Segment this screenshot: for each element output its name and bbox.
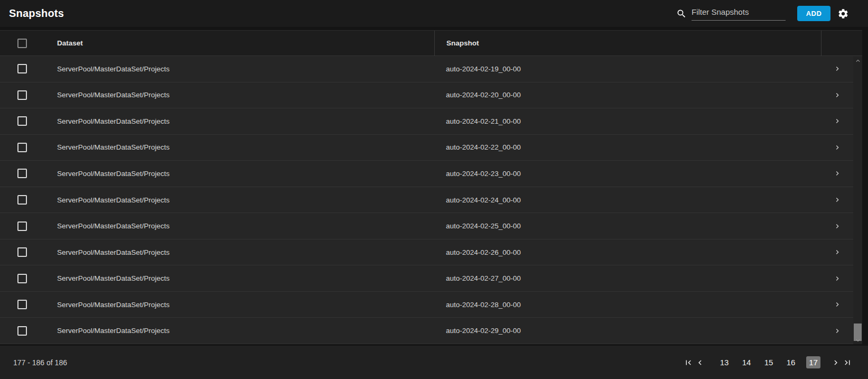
page-number[interactable]: 16 xyxy=(783,358,799,367)
dataset-value: ServerPool/MasterDataSet/Projects xyxy=(57,274,170,282)
dataset-value: ServerPool/MasterDataSet/Projects xyxy=(57,196,170,204)
row-checkbox[interactable] xyxy=(17,143,27,152)
chevron-right-icon[interactable] xyxy=(833,248,842,256)
page-number[interactable]: 14 xyxy=(739,358,754,367)
chevron-right-icon[interactable] xyxy=(833,64,842,73)
table-row[interactable]: ServerPool/MasterDataSet/Projects auto-2… xyxy=(0,161,853,187)
snapshot-cell: auto-2024-02-20_00-00 xyxy=(434,91,821,99)
row-checkbox[interactable] xyxy=(17,247,27,257)
chevron-right-icon[interactable] xyxy=(833,117,842,125)
dataset-cell: ServerPool/MasterDataSet/Projects xyxy=(57,248,434,256)
row-checkbox[interactable] xyxy=(17,300,27,309)
table-row[interactable]: ServerPool/MasterDataSet/Projects auto-2… xyxy=(0,82,853,109)
snapshot-cell: auto-2024-02-25_00-00 xyxy=(434,222,821,230)
snapshot-value: auto-2024-02-22_00-00 xyxy=(446,143,521,151)
chevron-right-icon[interactable] xyxy=(833,196,842,204)
row-select-cell xyxy=(0,169,57,178)
row-checkbox[interactable] xyxy=(17,169,27,178)
chevron-right-icon[interactable] xyxy=(833,274,842,283)
page-number[interactable]: 15 xyxy=(761,358,777,367)
dataset-cell: ServerPool/MasterDataSet/Projects xyxy=(57,196,434,204)
snapshot-cell: auto-2024-02-23_00-00 xyxy=(434,170,821,178)
chevron-right-icon[interactable] xyxy=(833,143,842,152)
first-page-icon[interactable] xyxy=(683,358,694,367)
dataset-value: ServerPool/MasterDataSet/Projects xyxy=(57,222,170,230)
row-select-cell xyxy=(0,195,57,205)
row-checkbox[interactable] xyxy=(17,90,27,100)
vertical-scrollbar[interactable] xyxy=(853,56,862,344)
scroll-up-icon[interactable] xyxy=(853,57,862,64)
table-row[interactable]: ServerPool/MasterDataSet/Projects auto-2… xyxy=(0,265,853,292)
filter-snapshots-input[interactable] xyxy=(692,6,786,21)
row-checkbox[interactable] xyxy=(17,64,27,73)
snapshot-cell: auto-2024-02-22_00-00 xyxy=(434,143,821,151)
column-label: Snapshot xyxy=(446,39,479,47)
chevron-right-icon[interactable] xyxy=(833,300,842,309)
expand-cell xyxy=(821,248,853,256)
row-checkbox[interactable] xyxy=(17,116,27,126)
dataset-cell: ServerPool/MasterDataSet/Projects xyxy=(57,117,434,125)
range-label: 177 - 186 of 186 xyxy=(13,358,67,367)
table-row[interactable]: ServerPool/MasterDataSet/Projects auto-2… xyxy=(0,239,853,266)
snapshot-value: auto-2024-02-27_00-00 xyxy=(446,274,521,282)
expand-cell xyxy=(821,300,853,309)
page-number[interactable]: 13 xyxy=(716,358,732,367)
chevron-right-icon[interactable] xyxy=(833,169,842,178)
gear-icon[interactable] xyxy=(837,8,849,20)
last-page-icon[interactable] xyxy=(842,358,853,367)
chevron-right-icon[interactable] xyxy=(833,91,842,99)
table-body: ServerPool/MasterDataSet/Projects auto-2… xyxy=(0,56,862,344)
table-row[interactable]: ServerPool/MasterDataSet/Projects auto-2… xyxy=(0,292,853,318)
table-row[interactable]: ServerPool/MasterDataSet/Projects auto-2… xyxy=(0,213,853,239)
header-actions: ADD xyxy=(676,6,868,21)
row-checkbox[interactable] xyxy=(17,326,27,336)
dataset-cell: ServerPool/MasterDataSet/Projects xyxy=(57,65,434,73)
snapshot-value: auto-2024-02-23_00-00 xyxy=(446,170,521,178)
scroll-down-icon[interactable] xyxy=(853,336,862,344)
row-select-cell xyxy=(0,326,57,336)
snapshot-value: auto-2024-02-26_00-00 xyxy=(446,248,521,256)
expand-cell xyxy=(821,91,853,99)
chevron-right-icon[interactable] xyxy=(833,327,842,335)
snapshots-table: Dataset Snapshot ServerPool/MasterDataSe… xyxy=(0,30,862,344)
select-all-checkbox[interactable] xyxy=(17,39,27,48)
paginator: 13 14 15 16 17 xyxy=(683,356,853,368)
prev-page-icon[interactable] xyxy=(694,358,706,367)
add-button[interactable]: ADD xyxy=(797,6,830,21)
dataset-value: ServerPool/MasterDataSet/Projects xyxy=(57,143,170,151)
table-row[interactable]: ServerPool/MasterDataSet/Projects auto-2… xyxy=(0,318,853,344)
row-checkbox[interactable] xyxy=(17,274,27,283)
chevron-right-icon[interactable] xyxy=(833,222,842,230)
snapshot-cell: auto-2024-02-29_00-00 xyxy=(434,327,821,335)
table-row[interactable]: ServerPool/MasterDataSet/Projects auto-2… xyxy=(0,187,853,214)
dataset-cell: ServerPool/MasterDataSet/Projects xyxy=(57,91,434,99)
row-checkbox[interactable] xyxy=(17,195,27,205)
column-header-dataset[interactable]: Dataset xyxy=(57,31,434,56)
page-number[interactable]: 17 xyxy=(806,356,820,368)
dataset-value: ServerPool/MasterDataSet/Projects xyxy=(57,301,170,309)
column-header-snapshot[interactable]: Snapshot xyxy=(434,31,821,56)
dataset-value: ServerPool/MasterDataSet/Projects xyxy=(57,117,170,125)
snapshot-value: auto-2024-02-21_00-00 xyxy=(446,117,521,125)
expand-cell xyxy=(821,274,853,283)
dataset-cell: ServerPool/MasterDataSet/Projects xyxy=(57,327,434,335)
snapshot-cell: auto-2024-02-27_00-00 xyxy=(434,274,821,282)
dataset-value: ServerPool/MasterDataSet/Projects xyxy=(57,91,170,99)
table-row[interactable]: ServerPool/MasterDataSet/Projects auto-2… xyxy=(0,135,853,161)
dataset-value: ServerPool/MasterDataSet/Projects xyxy=(57,170,170,178)
expand-cell xyxy=(821,143,853,152)
snapshot-value: auto-2024-02-25_00-00 xyxy=(446,222,521,230)
select-all-cell xyxy=(0,31,57,56)
dataset-cell: ServerPool/MasterDataSet/Projects xyxy=(57,274,434,282)
search-icon xyxy=(676,8,687,19)
row-select-cell xyxy=(0,143,57,152)
table-row[interactable]: ServerPool/MasterDataSet/Projects auto-2… xyxy=(0,56,853,82)
dataset-cell: ServerPool/MasterDataSet/Projects xyxy=(57,301,434,309)
dataset-cell: ServerPool/MasterDataSet/Projects xyxy=(57,143,434,151)
table-row[interactable]: ServerPool/MasterDataSet/Projects auto-2… xyxy=(0,108,853,135)
page-title: Snapshots xyxy=(9,7,64,20)
next-page-icon[interactable] xyxy=(830,358,842,367)
paginator-bar: 177 - 186 of 186 13 14 15 16 17 xyxy=(0,346,868,379)
row-checkbox[interactable] xyxy=(17,221,27,231)
expand-cell xyxy=(821,222,853,230)
